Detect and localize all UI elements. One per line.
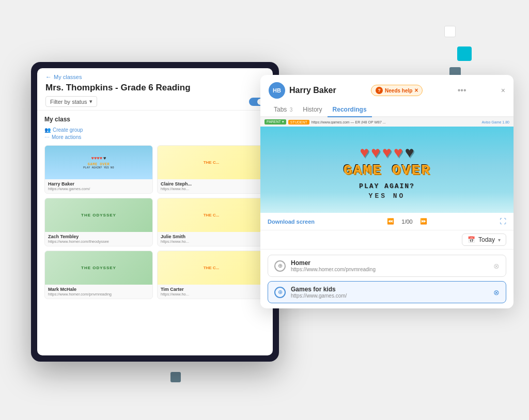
- deco-square-1: [444, 26, 456, 37]
- back-label: My classes: [54, 74, 82, 80]
- panel-student-name: Harry Baker: [289, 86, 336, 95]
- download-screen-link[interactable]: Download screen: [268, 219, 315, 225]
- student-name: Claire Steph...: [161, 181, 262, 186]
- more-actions-label: More actions: [52, 134, 81, 140]
- card-label: THE ODYSSEY: [81, 266, 116, 270]
- student-url: https://www.games.com/: [48, 186, 149, 191]
- tablet-title: Mrs. Thompkins - Grade 6 Reading: [45, 83, 264, 93]
- card-label: THE C...: [204, 160, 220, 165]
- deco-square-6: [170, 372, 181, 382]
- student-info: Zach Tembley https://www.homer.com/theod…: [45, 232, 152, 246]
- student-card[interactable]: THE C... Tim Carter https://www.ho...: [157, 251, 266, 299]
- student-info: Tim Carter https://www.ho...: [158, 285, 265, 299]
- student-name: Mark McHale: [48, 287, 149, 292]
- url-item-games[interactable]: ⊕ Games for kids https://www.games.com/ …: [268, 281, 506, 303]
- student-info: Mark McHale https://www.homer.com/pnvmre…: [45, 285, 152, 299]
- url-item-homer[interactable]: ⊕ Homer https://www.homer.com/pnvmreadin…: [268, 255, 506, 277]
- heart-5: ♥: [405, 145, 414, 160]
- student-card[interactable]: THE C... Julie Smith https://www.ho...: [157, 198, 266, 246]
- filter-select[interactable]: Filter by status ▾: [45, 96, 97, 107]
- panel-header: HB Harry Baker ? Needs help × ••• ×: [260, 75, 514, 99]
- date-chevron-icon: ▾: [498, 237, 501, 243]
- panel-controls: Download screen ⏪ 1/00 ⏩ ⛶: [260, 213, 514, 230]
- filter-chevron-icon: ▾: [89, 98, 92, 105]
- student-grid: ♥♥♥♥ ♥ GAME OVER PLAY AGAIN? YES NO Harr…: [44, 145, 266, 299]
- panel-student-info: HB Harry Baker: [269, 82, 336, 99]
- avatar: HB: [269, 82, 285, 99]
- tablet-controls: Filter by status ▾: [45, 96, 264, 107]
- student-panel: HB Harry Baker ? Needs help × ••• × Tabs…: [260, 75, 514, 308]
- tab-history[interactable]: History: [298, 103, 327, 117]
- forward-button[interactable]: ⏩: [418, 217, 429, 226]
- more-actions-link[interactable]: ⋯ More actions: [44, 134, 266, 140]
- cloud-area: [260, 192, 514, 213]
- student-card[interactable]: ♥♥♥♥ ♥ GAME OVER PLAY AGAIN? YES NO Harr…: [44, 145, 153, 194]
- student-url: https://www.ho...: [161, 239, 262, 244]
- class-actions: 👥 Create group ⋯ More actions: [44, 127, 266, 140]
- tablet-header: ← My classes Mrs. Thompkins - Grade 6 Re…: [37, 68, 273, 111]
- student-card[interactable]: THE ODYSSEY Mark McHale https://www.home…: [44, 251, 153, 299]
- back-link[interactable]: ← My classes: [45, 73, 264, 81]
- url-title: Games for kids: [291, 286, 488, 293]
- play-again-text: PLAY AGAIN? YES NO: [83, 166, 114, 169]
- crop-icon[interactable]: ⛶: [500, 217, 506, 225]
- globe-icon: ⊕: [274, 260, 286, 272]
- card-label: THE C...: [204, 213, 220, 217]
- url-close-button[interactable]: ⊗: [493, 262, 500, 270]
- create-group-link[interactable]: 👥 Create group: [44, 127, 266, 133]
- needs-help-badge: ? Needs help ×: [371, 85, 423, 96]
- url-text: Games for kids https://www.games.com/: [291, 286, 488, 299]
- tablet-screen: ← My classes Mrs. Thompkins - Grade 6 Re…: [37, 68, 273, 355]
- rewind-button[interactable]: ⏪: [385, 217, 396, 226]
- card-label: THE ODYSSEY: [81, 213, 116, 217]
- student-tag: STUDENT: [288, 120, 309, 125]
- panel-screenshot: PARENT ▾ STUDENT https://www.games.com —…: [260, 117, 514, 213]
- back-arrow-icon: ←: [45, 73, 52, 81]
- student-info: Julie Smith https://www.ho...: [158, 232, 265, 246]
- heart-1: ♥: [360, 145, 369, 160]
- tab-tabs[interactable]: Tabs 3: [269, 103, 298, 117]
- student-url: https://www.homer.com/pnvmreading: [48, 292, 149, 297]
- heart-3: ♥: [382, 145, 392, 160]
- game-over-big-text: GAME OVER: [343, 162, 430, 178]
- needs-help-label: Needs help: [385, 88, 412, 94]
- student-url: https://www.ho...: [161, 292, 262, 297]
- panel-close-button[interactable]: ×: [501, 86, 505, 95]
- pixel-hearts-row: ♥ ♥ ♥ ♥ ♥: [360, 145, 414, 160]
- panel-more-icon[interactable]: •••: [458, 86, 466, 95]
- date-selector[interactable]: 📅 Today ▾: [462, 234, 506, 246]
- more-actions-icon: ⋯: [44, 134, 50, 140]
- student-card-image: THE ODYSSEY: [45, 251, 152, 285]
- screenshot-bg: PARENT ▾ STUDENT https://www.games.com —…: [260, 117, 514, 213]
- student-info: Claire Steph... https://www.ho...: [158, 179, 265, 193]
- globe-icon: ⊕: [274, 287, 286, 298]
- student-name: Tim Carter: [161, 287, 262, 292]
- url-list: ⊕ Homer https://www.homer.com/pnvmreadin…: [260, 250, 514, 308]
- deco-square-2: [457, 46, 472, 61]
- class-body: My class 👥 Create group ⋯ More actions ♥…: [37, 111, 273, 355]
- heart-2: ♥: [371, 145, 380, 160]
- tab-recordings[interactable]: Recordings: [328, 103, 372, 117]
- screenshot-top-bar: PARENT ▾ STUDENT https://www.games.com —…: [260, 117, 514, 127]
- url-text: Homer https://www.homer.com/pnvmreading: [291, 259, 488, 272]
- create-group-icon: 👥: [44, 127, 51, 133]
- student-info: Harry Baker https://www.games.com/: [45, 179, 152, 193]
- filter-label: Filter by status: [50, 99, 87, 105]
- tablet-device: ← My classes Mrs. Thompkins - Grade 6 Re…: [31, 62, 279, 362]
- game-over-text: GAME OVER: [88, 162, 110, 166]
- heart-4: ♥: [394, 145, 403, 160]
- needs-help-close-icon[interactable]: ×: [414, 87, 418, 94]
- student-url: https://www.homer.com/theodyssee: [48, 239, 149, 244]
- student-url: https://www.ho...: [161, 186, 262, 191]
- card-label: THE C...: [204, 266, 220, 270]
- student-card-image: THE C...: [158, 198, 265, 232]
- url-close-button[interactable]: ⊗: [493, 288, 500, 297]
- page-count: 1/00: [401, 219, 412, 225]
- student-card[interactable]: THE ODYSSEY Zach Tembley https://www.hom…: [44, 198, 153, 246]
- date-label: Today: [478, 236, 495, 243]
- create-group-label: Create group: [53, 127, 83, 133]
- student-card[interactable]: THE C... Claire Steph... https://www.ho.…: [157, 145, 266, 194]
- class-section-title: My class: [44, 116, 266, 123]
- tab-tabs-count: 3: [290, 107, 293, 113]
- parent-tag: PARENT ▾: [264, 119, 286, 125]
